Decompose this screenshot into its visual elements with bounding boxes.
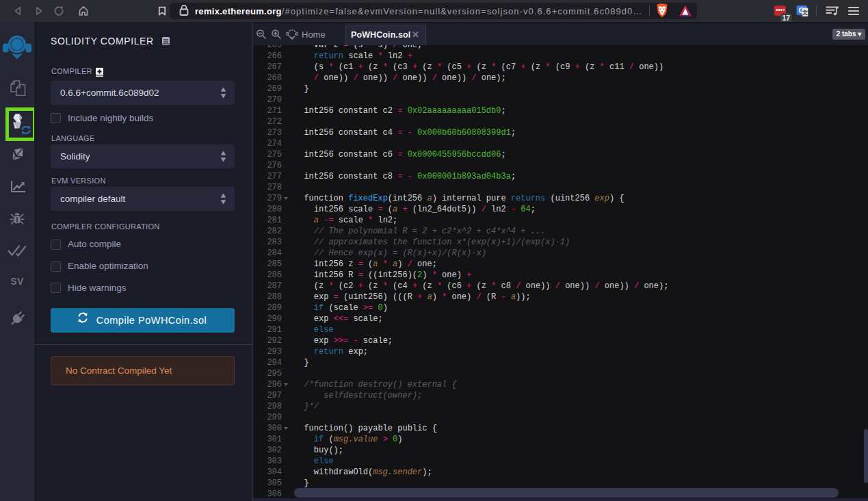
svg-text:文: 文	[802, 9, 808, 16]
svg-text:17: 17	[782, 14, 790, 22]
